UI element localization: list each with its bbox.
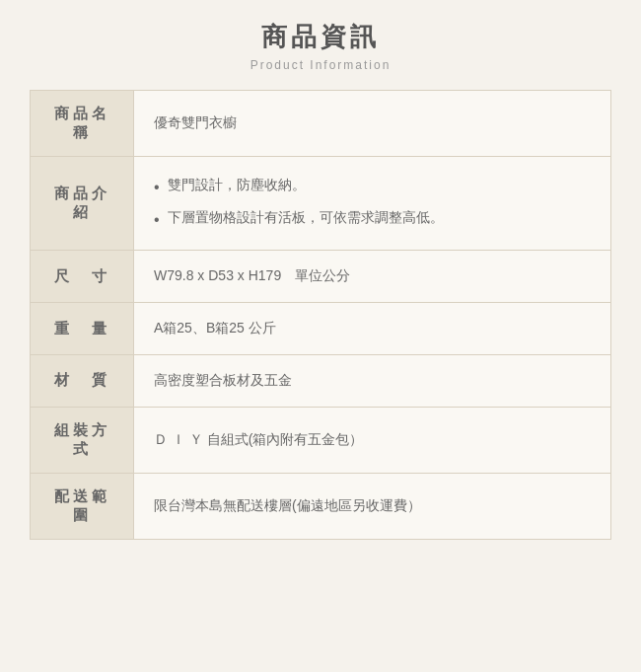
- page-header: 商品資訊 Product Information: [30, 20, 611, 72]
- row-label: 重 量: [31, 303, 134, 355]
- list-item: 雙門設計，防塵收納。: [154, 171, 591, 203]
- product-info-page: 商品資訊 Product Information 商品名稱優奇雙門衣櫥商品介紹雙…: [30, 20, 611, 540]
- row-value: 限台灣本島無配送樓層(偏遠地區另收運費）: [134, 473, 611, 539]
- row-label: 商品名稱: [31, 91, 134, 157]
- row-label: 尺 寸: [31, 251, 134, 303]
- table-row: 商品名稱優奇雙門衣櫥: [31, 91, 611, 157]
- table-row: 商品介紹雙門設計，防塵收納。下層置物格設計有活板，可依需求調整高低。: [31, 157, 611, 251]
- row-label: 組裝方式: [31, 407, 134, 473]
- table-row: 組裝方式Ｄ Ｉ Ｙ 自組式(箱內附有五金包）: [31, 407, 611, 473]
- table-row: 材 質高密度塑合板材及五金: [31, 354, 611, 407]
- row-value: 高密度塑合板材及五金: [134, 354, 611, 407]
- list-item: 下層置物格設計有活板，可依需求調整高低。: [154, 203, 591, 236]
- row-value: A箱25、B箱25 公斤: [134, 303, 611, 355]
- table-row: 配送範圍限台灣本島無配送樓層(偏遠地區另收運費）: [31, 473, 611, 539]
- row-value: Ｄ Ｉ Ｙ 自組式(箱內附有五金包）: [134, 407, 611, 473]
- row-value: 雙門設計，防塵收納。下層置物格設計有活板，可依需求調整高低。: [134, 157, 611, 251]
- product-info-table: 商品名稱優奇雙門衣櫥商品介紹雙門設計，防塵收納。下層置物格設計有活板，可依需求調…: [30, 90, 611, 540]
- row-label: 配送範圍: [31, 473, 134, 539]
- row-value: 優奇雙門衣櫥: [134, 91, 611, 157]
- table-row: 尺 寸W79.8 x D53 x H179 單位公分: [31, 251, 611, 303]
- row-label: 材 質: [31, 354, 134, 407]
- table-row: 重 量A箱25、B箱25 公斤: [31, 303, 611, 355]
- page-title-english: Product Information: [30, 58, 611, 72]
- row-label: 商品介紹: [31, 157, 134, 251]
- row-value: W79.8 x D53 x H179 單位公分: [134, 251, 611, 303]
- page-title-chinese: 商品資訊: [30, 20, 611, 54]
